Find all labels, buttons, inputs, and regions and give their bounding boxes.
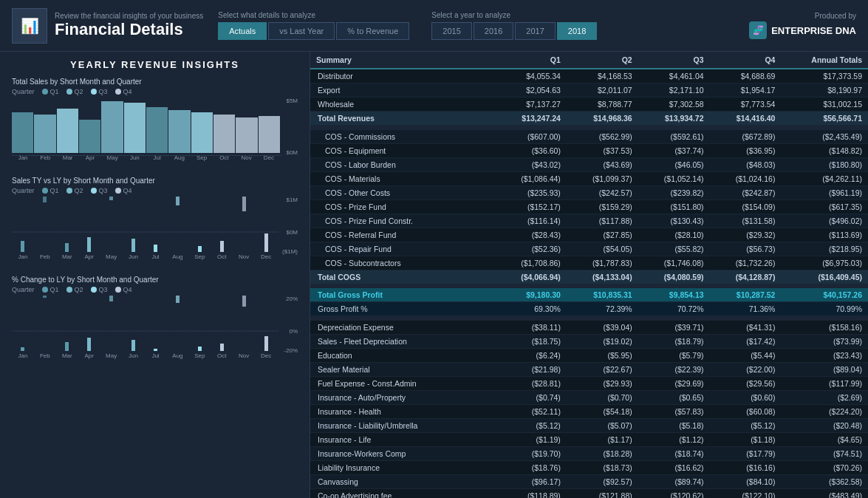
table-row: Canvassing($96.17)($92.57)($89.74)($84.1… bbox=[310, 474, 868, 488]
logo-area: 📊 Review the financial insights of your … bbox=[12, 8, 203, 44]
row-label: Insurance - Life bbox=[310, 432, 495, 446]
row-value: $56,566.71 bbox=[781, 112, 868, 126]
row-value: ($672.89) bbox=[710, 130, 782, 144]
btn-2017[interactable]: 2017 bbox=[515, 22, 555, 40]
row-value: ($4.65) bbox=[781, 432, 868, 446]
row-value: ($5.07) bbox=[567, 418, 638, 432]
row-value: ($38.11) bbox=[495, 321, 567, 335]
table-row: Fuel Expense - Const.Admin($28.81)($29.9… bbox=[310, 376, 868, 390]
row-value: ($36.60) bbox=[495, 143, 567, 157]
chart1-bar bbox=[259, 116, 280, 153]
row-value: 70.99% bbox=[781, 302, 868, 316]
chart3-bars bbox=[12, 296, 298, 351]
chart1-bar bbox=[168, 110, 190, 153]
row-label: COS - Commissions bbox=[310, 130, 495, 144]
row-value: ($2,435.49) bbox=[781, 130, 868, 144]
chart1-legend: Quarter Q1 Q2 Q3 Q4 bbox=[12, 88, 298, 95]
row-value: ($27.85) bbox=[567, 228, 638, 242]
row-value: ($496.02) bbox=[781, 214, 868, 228]
row-value: ($16,409.45) bbox=[781, 270, 868, 284]
chart3-bar bbox=[87, 338, 91, 351]
table-row: Insurance - Liability/Umbrella($5.12)($5… bbox=[310, 418, 868, 432]
row-label: Insurance - Liability/Umbrella bbox=[310, 418, 495, 432]
btn-2015[interactable]: 2015 bbox=[431, 22, 471, 40]
row-value: ($1,099.37) bbox=[567, 171, 638, 185]
table-row: Insurance-Workers Comp($19.70)($18.28)($… bbox=[310, 446, 868, 460]
row-value: $9,854.13 bbox=[638, 288, 710, 302]
row-value: ($73.99) bbox=[781, 334, 868, 348]
row-value: ($235.93) bbox=[495, 185, 567, 199]
row-value: ($60.08) bbox=[710, 404, 782, 418]
row-value: $7,773.54 bbox=[710, 98, 782, 112]
legend-q4: Q4 bbox=[115, 88, 132, 95]
table-row: COS - Labor Burden($43.02)($43.69)($46.0… bbox=[310, 157, 868, 171]
row-value: ($242.87) bbox=[710, 185, 782, 199]
chart3-legend: Quarter Q1 Q2 Q3 Q4 bbox=[12, 286, 298, 293]
row-value: ($37.74) bbox=[638, 143, 710, 157]
row-label: Insurance - Auto/Property bbox=[310, 390, 495, 404]
row-value: $9,180.30 bbox=[495, 288, 567, 302]
row-value: ($29.93) bbox=[567, 376, 638, 390]
col-q2: Q2 bbox=[567, 52, 638, 69]
row-value: ($39.04) bbox=[567, 321, 638, 335]
chart1-container: $5M $0M Jan Feb Mar Apr May Jun Jul Aug … bbox=[12, 98, 298, 168]
table-row: Co-op Advertising fee($118.89)($121.88)(… bbox=[310, 488, 868, 498]
row-value: ($17.42) bbox=[710, 334, 782, 348]
row-value: ($224.20) bbox=[781, 404, 868, 418]
detail-btn-group: Actuals vs Last Year % to Revenue bbox=[218, 22, 409, 40]
row-value: ($122.10) bbox=[710, 488, 782, 498]
row-value: ($20.48) bbox=[781, 418, 868, 432]
row-value: ($54.05) bbox=[567, 242, 638, 256]
chart2-bar bbox=[264, 233, 268, 252]
row-label: Total Gross Profit bbox=[310, 288, 495, 302]
row-label: COS - Equipment bbox=[310, 143, 495, 157]
chart2-container: $1M $0M ($1M) Jan Feb Mar Apr May Jun Ju… bbox=[12, 197, 298, 267]
row-value: ($1,732.26) bbox=[710, 256, 782, 270]
row-value: ($1,787.83) bbox=[567, 256, 638, 270]
row-value: $2,171.10 bbox=[638, 83, 710, 98]
row-value: ($43.69) bbox=[567, 157, 638, 171]
header-title: Financial Details bbox=[55, 20, 203, 39]
chart3-bar bbox=[131, 340, 135, 351]
row-value: ($116.14) bbox=[495, 214, 567, 228]
row-value: ($17.79) bbox=[710, 446, 782, 460]
left-panel: YEARLY REVENUE INSIGHTS Total Sales by S… bbox=[0, 52, 310, 498]
btn-2018[interactable]: 2018 bbox=[557, 22, 597, 40]
controls-area: Select what details to analyze Actuals v… bbox=[218, 11, 749, 40]
row-value: ($117.88) bbox=[567, 214, 638, 228]
row-value: ($6,975.03) bbox=[781, 256, 868, 270]
row-value: ($0.60) bbox=[710, 390, 782, 404]
row-value: ($592.61) bbox=[638, 130, 710, 144]
table-row: Distributor$4,055.34$4,168.53$4,461.04$4… bbox=[310, 69, 868, 83]
table-row: Insurance - Health($52.11)($54.18)($57.8… bbox=[310, 404, 868, 418]
row-label: Gross Profit % bbox=[310, 302, 495, 316]
produced-by-label: Produced by bbox=[815, 12, 856, 20]
row-value: ($18.76) bbox=[495, 460, 567, 474]
row-value: ($5.12) bbox=[495, 418, 567, 432]
row-value: ($55.82) bbox=[638, 242, 710, 256]
btn-2016[interactable]: 2016 bbox=[474, 22, 513, 40]
row-value: ($89.74) bbox=[638, 474, 710, 488]
row-value: $31,002.15 bbox=[781, 98, 868, 112]
row-value: ($36.95) bbox=[710, 143, 782, 157]
chart2-bar bbox=[65, 243, 69, 252]
row-value: ($39.71) bbox=[638, 321, 710, 335]
table-row: COS - Subcontractors($1,708.86)($1,787.8… bbox=[310, 256, 868, 270]
row-value: ($16.16) bbox=[710, 460, 782, 474]
chart3-bar bbox=[65, 342, 69, 351]
row-value: ($48.03) bbox=[710, 157, 782, 171]
row-label: Distributor bbox=[310, 69, 495, 83]
chart3-container: 20% 0% -20% Jan Feb Mar Apr May Jun Jul … bbox=[12, 296, 298, 366]
row-value: ($16.62) bbox=[638, 460, 710, 474]
row-value: ($131.58) bbox=[710, 214, 782, 228]
row-value: ($113.69) bbox=[781, 228, 868, 242]
chart2-bar bbox=[21, 241, 24, 252]
row-value: ($54.18) bbox=[567, 404, 638, 418]
row-value: ($19.02) bbox=[567, 334, 638, 348]
chart1-bar bbox=[236, 117, 257, 153]
btn-pct-revenue[interactable]: % to Revenue bbox=[336, 22, 409, 40]
btn-actuals[interactable]: Actuals bbox=[218, 22, 267, 40]
row-value: ($118.89) bbox=[495, 488, 567, 498]
row-value: $4,055.34 bbox=[495, 69, 567, 83]
btn-vs-last-year[interactable]: vs Last Year bbox=[268, 22, 335, 40]
